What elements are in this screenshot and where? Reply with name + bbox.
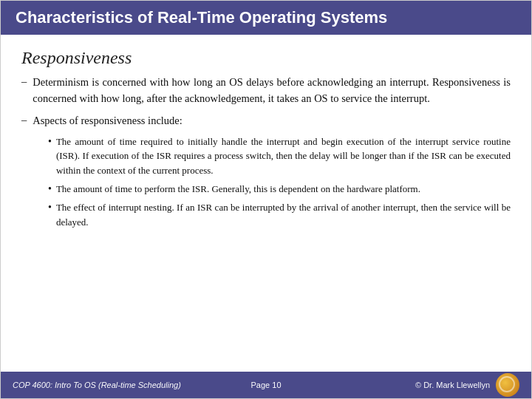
sub-bullet-item-2: • The amount of time to perform the ISR.… — [48, 182, 511, 197]
footer-copyright: © Dr. Mark Llewellyn — [415, 381, 490, 389]
bullet-dash-2: – — [21, 112, 27, 129]
footer-center: Page 10 — [182, 381, 351, 389]
slide-header: Characteristics of Real-Time Operating S… — [1, 1, 531, 35]
sub-bullet-text-3: The effect of interrupt nesting. If an I… — [56, 200, 511, 228]
bullet-text-2: Aspects of responsiveness include: — [33, 112, 183, 129]
footer-right: © Dr. Mark Llewellyn — [350, 373, 519, 397]
footer-course: COP 4600: Intro To OS (Real-time Schedul… — [13, 381, 181, 389]
bullet-item-2: – Aspects of responsiveness include: — [21, 112, 511, 129]
section-title: Responsiveness — [21, 48, 511, 68]
bullet-dash-1: – — [21, 74, 27, 90]
slide-footer: COP 4600: Intro To OS (Real-time Schedul… — [1, 372, 531, 398]
bullet-item-1: – Determinism is concerned with how long… — [21, 74, 511, 106]
slide-title: Characteristics of Real-Time Operating S… — [16, 8, 387, 27]
sub-bullet-dot-3: • — [48, 200, 52, 215]
logo-icon — [496, 373, 519, 397]
slide-body: Responsiveness – Determinism is concerne… — [1, 35, 531, 372]
sub-bullet-text-2: The amount of time to perform the ISR. G… — [56, 182, 420, 196]
sub-bullets: • The amount of time required to initial… — [48, 134, 511, 229]
sub-bullet-text-1: The amount of time required to initially… — [56, 134, 511, 177]
bullet-text-1: Determinism is concerned with how long a… — [33, 74, 511, 106]
footer-page: Page 10 — [251, 381, 282, 389]
sub-bullet-dot-1: • — [48, 134, 52, 149]
slide-container: Characteristics of Real-Time Operating S… — [0, 0, 532, 399]
sub-bullet-dot-2: • — [48, 182, 52, 197]
sub-bullet-item-3: • The effect of interrupt nesting. If an… — [48, 200, 511, 228]
sub-bullet-item-1: • The amount of time required to initial… — [48, 134, 511, 177]
footer-left: COP 4600: Intro To OS (Real-time Schedul… — [13, 381, 182, 389]
